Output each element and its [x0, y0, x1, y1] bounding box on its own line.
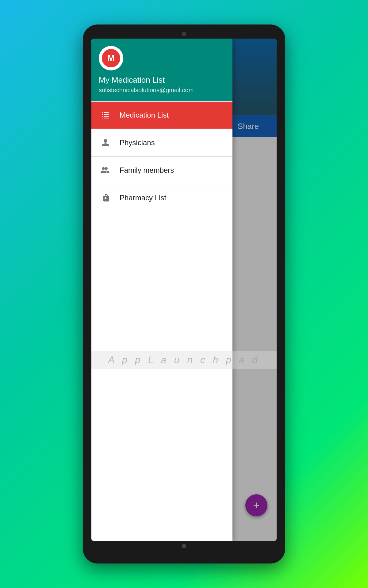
avatar-inner: M: [102, 49, 120, 67]
list-icon: [99, 108, 112, 122]
menu-label-family-members: Family members: [120, 166, 174, 175]
tablet-camera: [182, 32, 186, 36]
menu-label-medication-list: Medication List: [120, 111, 169, 119]
drawer-header: M My Medication List solistechnicalsolut…: [91, 39, 232, 101]
svg-rect-2: [102, 114, 104, 115]
app-name: My Medication List: [99, 75, 225, 85]
svg-rect-6: [102, 118, 104, 118]
svg-rect-3: [104, 114, 109, 115]
tablet-screen: Share + M My Medication List solistechni…: [91, 39, 277, 541]
menu-item-physicians[interactable]: Physicians: [91, 129, 232, 156]
user-email: solistechnicalsolutions@gmail.com: [99, 87, 225, 94]
group-icon: [99, 164, 112, 177]
svg-rect-5: [104, 116, 109, 116]
svg-rect-4: [102, 116, 104, 116]
menu-item-pharmacy-list[interactable]: Pharmacy List: [91, 184, 232, 211]
navigation-drawer: M My Medication List solistechnicalsolut…: [91, 39, 232, 541]
menu-label-physicians: Physicians: [120, 138, 155, 147]
drawer-menu: Medication List Physicians: [91, 102, 232, 541]
svg-rect-1: [104, 112, 109, 113]
menu-item-family-members[interactable]: Family members: [91, 157, 232, 184]
svg-rect-0: [102, 112, 104, 113]
svg-rect-7: [104, 118, 109, 118]
tablet-device: Share + M My Medication List solistechni…: [83, 24, 285, 564]
menu-item-medication-list[interactable]: Medication List: [91, 102, 232, 129]
menu-label-pharmacy-list: Pharmacy List: [120, 194, 166, 202]
app-container: Share + M My Medication List solistechni…: [91, 39, 277, 541]
home-button[interactable]: [182, 544, 186, 548]
avatar: M: [99, 46, 123, 70]
pharmacy-icon: [99, 191, 112, 205]
person-icon: [99, 136, 112, 149]
